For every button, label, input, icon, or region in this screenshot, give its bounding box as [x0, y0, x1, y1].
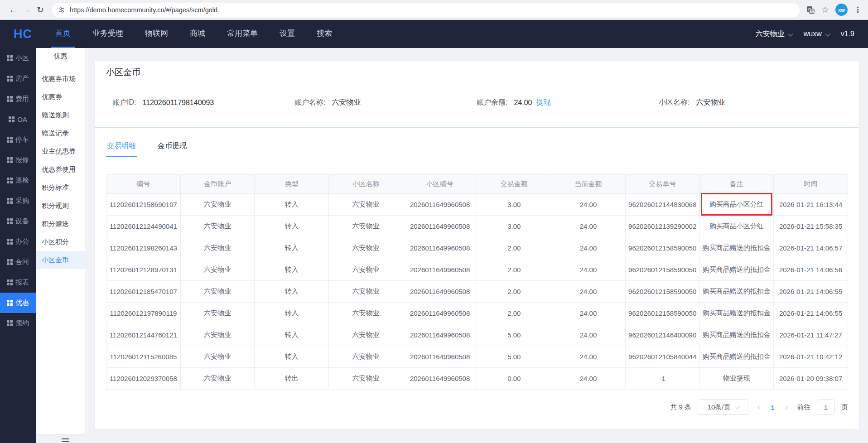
table-row[interactable]: 112026012197890119 六安物业 转入 六安物业 20260116…	[106, 303, 848, 324]
pagination: 共 9 条 10条/页 ‹ 1 › 前往 页	[106, 400, 848, 415]
submenu-item[interactable]: 赠送规则	[36, 106, 85, 124]
top-nav-item[interactable]: 设置	[275, 20, 299, 48]
cell-remark: 购买商品小区分红	[699, 216, 774, 237]
community-selector[interactable]: 六安物业	[756, 29, 792, 39]
top-nav-item[interactable]: 业务受理	[88, 20, 127, 48]
community-selector-label: 六安物业	[756, 29, 785, 39]
cell-order-no: 962026012158590050	[625, 303, 699, 324]
sidebar-item-label: 费用	[15, 95, 29, 103]
sidebar-item[interactable]: 费用	[0, 89, 36, 109]
cell-type: 转入	[255, 216, 329, 237]
page-size-select[interactable]: 10条/页	[698, 400, 748, 415]
translate-icon[interactable]: G 文	[806, 5, 815, 14]
top-nav-item[interactable]: 商城	[186, 20, 209, 48]
prev-page-icon[interactable]: ‹	[755, 403, 762, 411]
table-header-cell: 时间	[774, 175, 848, 194]
submenu-item[interactable]: 优惠券	[36, 88, 85, 106]
sidebar-item[interactable]: 报表	[0, 272, 36, 293]
top-nav-item[interactable]: 搜索	[313, 20, 336, 48]
sidebar-item[interactable]: 预约	[0, 313, 36, 333]
cell-community: 六安物业	[329, 194, 403, 216]
sidebar-item[interactable]: 采购	[0, 191, 36, 211]
submenu-item[interactable]: 优惠券市场	[36, 70, 85, 88]
sidebar-item[interactable]: 房产	[0, 68, 36, 89]
table-row[interactable]: 112026012124490041 六安物业 转入 六安物业 20260116…	[106, 216, 848, 237]
grid-icon	[7, 137, 13, 143]
sidebar-item[interactable]: 优惠	[0, 293, 36, 313]
table-row[interactable]: 112026012158690107 六安物业 转入 六安物业 20260116…	[106, 194, 848, 216]
top-nav-item[interactable]: 物联网	[141, 20, 172, 48]
sidebar-item[interactable]: 巡检	[0, 170, 36, 191]
cell-type: 转入	[255, 237, 329, 259]
screen: ← → ↻ https://demo.homecommunity.cn/#/pa…	[0, 0, 868, 443]
cell-account: 六安物业	[180, 346, 255, 368]
sidebar-item-label: 报修	[15, 156, 29, 164]
table-row[interactable]: 112026012128970131 六安物业 转入 六安物业 20260116…	[106, 259, 848, 281]
withdraw-link[interactable]: 提现	[536, 98, 551, 107]
cell-amount: 0.00	[477, 368, 551, 390]
cell-time: 2026-01-21 14:06:55	[774, 281, 848, 303]
submenu-item[interactable]: 业主优惠券	[36, 142, 85, 160]
current-page[interactable]: 1	[769, 404, 776, 411]
address-bar[interactable]: https://demo.homecommunity.cn/#/pages/sc…	[52, 3, 800, 17]
bookmark-star-icon[interactable]: ☆	[821, 5, 829, 15]
user-menu[interactable]: wuxw	[804, 30, 829, 38]
submenu-item[interactable]: 积分规则	[36, 197, 85, 215]
browser-menu-icon[interactable]: ⋮	[854, 5, 862, 14]
sidebar-item[interactable]: 小区	[0, 48, 36, 68]
browser-forward-icon[interactable]: →	[20, 3, 34, 17]
site-settings-icon[interactable]	[58, 6, 65, 14]
top-nav-item[interactable]: 首页	[51, 20, 75, 48]
grid-icon	[7, 320, 13, 326]
sidebar-item-label: 优惠	[15, 299, 29, 307]
tab[interactable]: 金币提现	[157, 141, 188, 157]
sidebar-item[interactable]: OA	[0, 109, 36, 130]
cell-account: 六安物业	[180, 216, 255, 237]
cell-order-no: 962026012158590050	[625, 259, 699, 281]
cell-community-no: 2026011649960508	[403, 216, 477, 237]
goto-label: 前往	[797, 403, 810, 412]
user-name: wuxw	[804, 30, 822, 38]
url-text: https://demo.homecommunity.cn/#/pages/sc…	[70, 6, 217, 14]
table-row[interactable]: 112026012198260143 六安物业 转入 六安物业 20260116…	[106, 237, 848, 259]
browser-profile-avatar[interactable]: xw	[835, 4, 848, 16]
collapse-sidebar-icon[interactable]	[62, 438, 69, 443]
cell-order-no: 962026012146400090	[625, 324, 699, 346]
sidebar-item[interactable]: 设备	[0, 211, 36, 231]
cell-id: 112026012158690107	[106, 194, 181, 216]
top-nav-item[interactable]: 常用菜单	[223, 20, 262, 48]
submenu-item[interactable]: 小区金币	[36, 251, 85, 269]
submenu-item[interactable]: 积分标准	[36, 178, 85, 197]
table-row[interactable]: 112026012144760121 六安物业 转入 六安物业 20260116…	[106, 324, 848, 346]
goto-page-input[interactable]	[817, 400, 835, 415]
table-row[interactable]: 112026012185470107 六安物业 转入 六安物业 20260116…	[106, 281, 848, 303]
table-row[interactable]: 112026012115260085 六安物业 转入 六安物业 20260116…	[106, 346, 848, 368]
submenu-item[interactable]: 赠送记录	[36, 124, 85, 142]
community-name-label: 小区名称:	[659, 98, 690, 107]
cell-id: 112026012029370058	[106, 368, 181, 390]
cell-account: 六安物业	[180, 281, 255, 303]
sidebar-item-label: 房产	[15, 74, 29, 83]
submenu-list: 优惠券市场 优惠券 赠送规则 赠送记录 业主优惠券 优惠券使用 积分标准 积分规…	[36, 65, 85, 269]
table-header-cell: 交易金额	[477, 175, 551, 194]
sidebar-item-label: 合同	[15, 258, 29, 266]
submenu-item[interactable]: 小区积分	[36, 233, 85, 251]
cell-remark: 购买商品赠送的抵扣金	[699, 324, 774, 346]
sidebar-item[interactable]: 停车	[0, 130, 36, 150]
sidebar-item[interactable]: 办公	[0, 231, 36, 252]
tab[interactable]: 交易明细	[106, 141, 137, 157]
sidebar-item[interactable]: 合同	[0, 252, 36, 272]
cell-type: 转入	[255, 346, 329, 368]
browser-back-icon[interactable]: ←	[6, 3, 20, 17]
next-page-icon[interactable]: ›	[783, 403, 791, 411]
submenu-item[interactable]: 积分赠送	[36, 215, 85, 233]
sidebar-item-label: 设备	[15, 217, 29, 226]
table-row[interactable]: 112026012029370058 六安物业 转出 六安物业 20260116…	[106, 368, 848, 390]
cell-time: 2026-01-21 16:13:44	[774, 194, 848, 216]
browser-refresh-icon[interactable]: ↻	[34, 3, 47, 17]
sidebar-item[interactable]: 报修	[0, 150, 36, 170]
submenu-title: 优惠	[36, 48, 85, 65]
app-logo[interactable]: HC	[14, 27, 32, 41]
submenu-item[interactable]: 优惠券使用	[36, 160, 85, 178]
sidebar-item-label: 采购	[15, 197, 29, 205]
